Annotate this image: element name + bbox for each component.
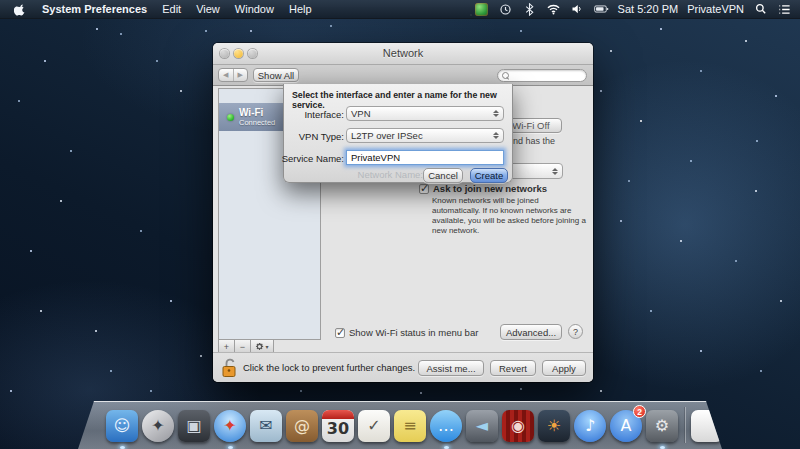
menu-bar: System Preferences Edit View Window Help — [0, 0, 800, 19]
iphoto-glyph: ☀ — [547, 418, 561, 434]
dock-item-reminders[interactable]: ✓ — [357, 409, 391, 443]
messages-glyph: … — [438, 418, 454, 434]
dock-item-notes[interactable]: ≡ — [393, 409, 427, 443]
ghost-network-name-label: Network Name: — [339, 169, 423, 180]
unlocked-lock-icon[interactable] — [221, 357, 239, 378]
vpn-type-popup[interactable]: L2TP over IPSec — [346, 128, 504, 143]
dock-item-mail[interactable]: ✉ — [249, 409, 283, 443]
forward-button[interactable]: ▶ — [234, 69, 248, 81]
search-input[interactable] — [497, 69, 587, 82]
popup-stepper-icon — [493, 132, 499, 139]
interface-value: VPN — [351, 108, 371, 119]
desktop: System Preferences Edit View Window Help — [0, 0, 800, 449]
bluetooth-icon[interactable] — [522, 2, 537, 17]
menu-item-view[interactable]: View — [196, 3, 220, 15]
vpn-type-label: VPN Type: — [286, 131, 344, 142]
vpn-app-icon[interactable] — [474, 2, 489, 17]
mail-glyph: ✉ — [259, 418, 272, 434]
finder-glyph: ☺ — [114, 418, 131, 434]
dock: ☺✦▣✦✉@30✓≡…◄◉☀♪A2⚙ — [78, 401, 722, 449]
apply-button[interactable]: Apply — [542, 360, 586, 376]
finder-icon: ☺ — [106, 410, 138, 442]
window-footer: Click the lock to prevent further change… — [213, 352, 593, 382]
advanced-button[interactable]: Advanced... — [500, 324, 562, 340]
service-name-label: Service Name: — [278, 153, 344, 164]
iphoto-icon: ☀ — [538, 410, 570, 442]
dock-item-calendar[interactable]: 30 — [321, 409, 355, 443]
spotlight-icon[interactable] — [753, 2, 768, 17]
ask-to-join-description: Known networks will be joined automatica… — [432, 196, 588, 236]
ask-to-join-label: Ask to join new networks — [433, 183, 547, 194]
popup-stepper-icon — [493, 110, 499, 117]
gear-dropdown-arrow: ▾ — [265, 343, 268, 350]
gear-icon — [255, 342, 264, 351]
show-wifi-status-checkbox[interactable] — [335, 328, 345, 338]
wifi-status-text-fragment: nd has the — [513, 136, 555, 146]
photo-booth-icon: ◉ — [502, 410, 534, 442]
dock-item-messages[interactable]: … — [429, 409, 463, 443]
vpn-type-value: L2TP over IPSec — [351, 130, 423, 141]
dock-item-finder[interactable]: ☺ — [105, 409, 139, 443]
title-bar[interactable]: Network — [213, 43, 593, 65]
notification-center-icon[interactable] — [777, 2, 792, 17]
dock-item-itunes[interactable]: ♪ — [573, 409, 607, 443]
reminders-icon: ✓ — [358, 410, 390, 442]
wifi-icon[interactable] — [546, 2, 561, 17]
facetime-glyph: ◄ — [476, 418, 488, 434]
interface-popup[interactable]: VPN — [346, 106, 504, 121]
facetime-icon: ◄ — [466, 410, 498, 442]
dock-item-launchpad[interactable]: ✦ — [141, 409, 175, 443]
calendar-icon: 30 — [322, 410, 354, 442]
service-name-input[interactable]: PrivateVPN — [346, 150, 504, 165]
help-button[interactable]: ? — [568, 324, 583, 339]
notes-glyph: ≡ — [403, 418, 416, 434]
menu-item-app[interactable]: System Preferences — [42, 3, 147, 15]
dock-item-system-preferences[interactable]: ⚙ — [645, 409, 679, 443]
back-button[interactable]: ◀ — [219, 69, 234, 81]
volume-icon[interactable] — [570, 2, 585, 17]
revert-button[interactable]: Revert — [490, 360, 536, 376]
messages-icon: … — [430, 410, 462, 442]
calendar-glyph: 30 — [327, 421, 349, 437]
itunes-glyph: ♪ — [585, 418, 595, 434]
dock-item-facetime[interactable]: ◄ — [465, 409, 499, 443]
interface-label: Interface: — [286, 109, 344, 120]
dock-item-mission-control[interactable]: ▣ — [177, 409, 211, 443]
dock-item-safari[interactable]: ✦ — [213, 409, 247, 443]
dock-item-trash[interactable] — [726, 409, 760, 443]
show-all-button[interactable]: Show All — [253, 68, 299, 82]
wifi-status-dot — [227, 114, 234, 121]
calendar-red-strip — [322, 410, 354, 419]
create-button[interactable]: Create — [470, 168, 508, 183]
menu-item-edit[interactable]: Edit — [162, 3, 181, 15]
contacts-icon: @ — [286, 410, 318, 442]
safari-glyph: ✦ — [223, 418, 236, 434]
menu-clock[interactable]: Sat 5:20 PM — [618, 3, 679, 15]
contacts-glyph: @ — [294, 418, 310, 434]
menu-item-window[interactable]: Window — [235, 3, 274, 15]
dock-item-contacts[interactable]: @ — [285, 409, 319, 443]
battery-icon[interactable] — [594, 2, 609, 17]
service-name-value: PrivateVPN — [351, 152, 400, 163]
mission-control-glyph: ▣ — [186, 418, 201, 434]
launchpad-glyph: ✦ — [151, 418, 164, 434]
itunes-icon: ♪ — [574, 410, 606, 442]
service-name: Wi-Fi — [239, 108, 275, 118]
assist-me-button[interactable]: Assist me... — [418, 360, 484, 376]
safari-icon: ✦ — [214, 410, 246, 442]
time-machine-icon[interactable] — [498, 2, 513, 17]
back-forward-control[interactable]: ◀ ▶ — [218, 68, 248, 82]
show-wifi-status-row: Show Wi-Fi status in menu bar — [335, 327, 478, 338]
ask-to-join-checkbox[interactable] — [419, 184, 429, 194]
ask-to-join-row: Ask to join new networks — [419, 183, 547, 194]
vpn-status-label[interactable]: PrivateVPN — [687, 3, 744, 15]
cancel-button[interactable]: Cancel — [423, 168, 463, 183]
menu-item-help[interactable]: Help — [289, 3, 312, 15]
dock-item-iphoto[interactable]: ☀ — [537, 409, 571, 443]
dock-item-photo-booth[interactable]: ◉ — [501, 409, 535, 443]
dock-item-documents[interactable] — [690, 409, 724, 443]
apple-menu-icon[interactable] — [12, 2, 27, 17]
documents-icon — [691, 410, 723, 442]
system-preferences-icon: ⚙ — [646, 410, 678, 442]
dock-item-app-store[interactable]: A2 — [609, 409, 643, 443]
